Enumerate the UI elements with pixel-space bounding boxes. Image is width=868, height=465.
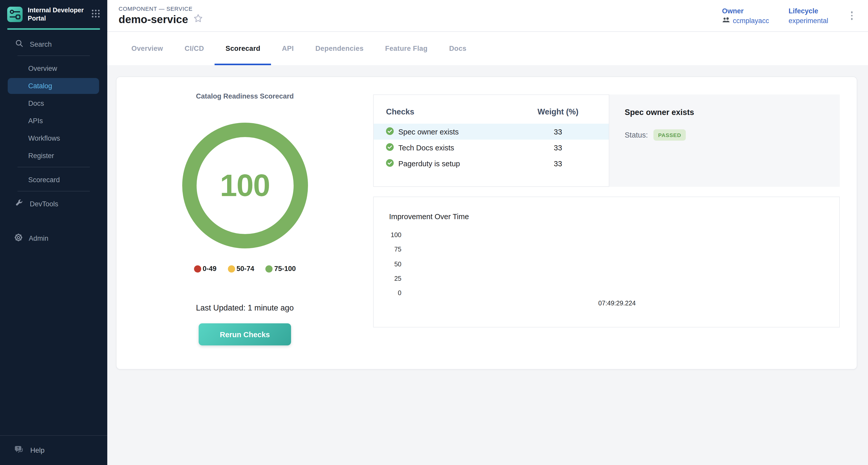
sidebar-item-catalog[interactable]: Catalog — [8, 78, 99, 94]
last-updated-text: Last Updated: 1 minute ago — [196, 303, 294, 313]
score-gauge: 100 — [182, 123, 308, 248]
help-chat-icon: ? — [14, 445, 24, 456]
tab-label: Docs — [449, 45, 467, 52]
legend-label: 0-49 — [203, 265, 216, 273]
sidebar-item-workflows[interactable]: Workflows — [0, 130, 107, 146]
sidebar: Internal Developer Portal — [0, 0, 107, 465]
legend-item: 75-100 — [266, 265, 296, 273]
svg-text:?: ? — [17, 446, 19, 450]
sidebar-item-label: Workflows — [28, 134, 60, 142]
page-title: demo-service — [119, 13, 188, 26]
check-name: Tech Docs exists — [398, 144, 454, 152]
legend-label: 50-74 — [237, 265, 254, 273]
divider — [18, 166, 90, 167]
tab-label: Feature Flag — [385, 45, 428, 52]
checks-table: Checks Weight (%) Spec owner exists — [373, 94, 609, 187]
sidebar-item-label: Overview — [28, 64, 57, 72]
lifecycle-label: Lifecycle — [788, 7, 828, 14]
sidebar-item-scorecard[interactable]: Scorecard — [0, 172, 107, 188]
check-row-pagerduty[interactable]: Pagerduty is setup 33 — [374, 156, 609, 172]
status-badge: PASSED — [653, 129, 686, 141]
tab-label: API — [282, 45, 293, 52]
apps-grid-icon[interactable] — [91, 9, 100, 20]
owner-label: Owner — [722, 7, 769, 14]
y-axis-tick: 25 — [381, 275, 401, 282]
tab-docs[interactable]: Docs — [438, 32, 477, 65]
sidebar-item-label: APIs — [28, 117, 43, 124]
legend-dot-green — [266, 265, 273, 272]
sidebar-item-label: DevTools — [30, 200, 58, 208]
legend-dot-red — [194, 265, 201, 272]
legend-item: 0-49 — [194, 265, 216, 273]
improvement-chart: Improvement Over Time 100 75 50 25 0 07:… — [373, 196, 840, 328]
sidebar-item-admin[interactable]: Admin — [0, 230, 107, 246]
legend-label: 75-100 — [274, 265, 296, 273]
entity-tabs: Overview CI/CD Scorecard API Dependencie… — [107, 32, 868, 65]
logo-row: Internal Developer Portal — [0, 0, 107, 27]
gauge-legend: 0-49 50-74 75-100 — [194, 265, 296, 273]
sidebar-item-overview[interactable]: Overview — [0, 60, 107, 76]
y-axis-tick: 50 — [381, 261, 401, 268]
wrench-icon — [16, 199, 23, 208]
tab-dependencies[interactable]: Dependencies — [305, 32, 374, 65]
sidebar-item-label: Help — [30, 446, 45, 454]
status-label: Status: — [625, 131, 648, 139]
check-passed-icon — [386, 143, 394, 152]
sidebar-item-devtools[interactable]: DevTools — [0, 196, 107, 212]
entity-meta: Owner ccmplayacc Lifecycle — [722, 7, 856, 24]
x-axis-tick: 07:49:29.224 — [586, 300, 648, 307]
tab-content: Catalog Readiness Scorecard 100 0-49 50-… — [107, 65, 868, 465]
check-row-tech-docs[interactable]: Tech Docs exists 33 — [374, 140, 609, 156]
gauge-title: Catalog Readiness Scorecard — [196, 92, 293, 100]
check-passed-icon — [386, 127, 394, 136]
checks-column-header: Checks — [386, 107, 520, 117]
tab-scorecard[interactable]: Scorecard — [215, 32, 271, 65]
gear-icon — [14, 233, 23, 243]
sidebar-item-apis[interactable]: APIs — [0, 113, 107, 129]
lifecycle-block: Lifecycle experimental — [788, 7, 828, 24]
legend-item: 50-74 — [228, 265, 254, 273]
group-icon — [722, 17, 730, 24]
sidebar-item-label: Catalog — [28, 82, 52, 90]
check-name: Spec owner exists — [398, 128, 459, 136]
y-axis-tick: 100 — [381, 231, 401, 239]
favorite-star-icon[interactable] — [193, 13, 204, 26]
divider — [18, 191, 90, 191]
sidebar-item-label: Register — [28, 152, 54, 159]
app-title: Internal Developer Portal — [28, 6, 86, 23]
sidebar-item-help[interactable]: ? Help — [0, 435, 107, 465]
sidebar-item-docs[interactable]: Docs — [0, 95, 107, 111]
check-weight: 33 — [520, 128, 596, 136]
tab-cicd[interactable]: CI/CD — [174, 32, 215, 65]
check-weight: 33 — [520, 159, 596, 167]
sidebar-item-register[interactable]: Register — [0, 148, 107, 163]
entity-header-left: COMPONENT — SERVICE demo-service — [119, 6, 204, 26]
sidebar-item-search[interactable]: Search — [0, 36, 107, 52]
weight-column-header: Weight (%) — [520, 107, 596, 117]
tab-label: Dependencies — [315, 45, 364, 52]
rerun-checks-button[interactable]: Rerun Checks — [199, 323, 291, 345]
legend-dot-yellow — [228, 265, 235, 272]
tab-feature-flag[interactable]: Feature Flag — [374, 32, 438, 65]
gauge-section: Catalog Readiness Scorecard 100 0-49 50-… — [117, 77, 373, 369]
entity-header: COMPONENT — SERVICE demo-service Owner — [107, 0, 868, 32]
y-axis-tick: 0 — [381, 289, 401, 297]
tab-api[interactable]: API — [271, 32, 304, 65]
check-detail-panel: Spec owner exists Status: PASSED — [609, 94, 840, 187]
tab-overview[interactable]: Overview — [121, 32, 174, 65]
check-weight: 33 — [520, 144, 596, 152]
check-passed-icon — [386, 159, 394, 168]
app-window: Internal Developer Portal — [0, 0, 868, 465]
owner-value: ccmplayacc — [733, 17, 769, 24]
search-icon — [16, 39, 23, 49]
check-name: Pagerduty is setup — [398, 159, 460, 167]
tab-label: CI/CD — [185, 45, 204, 52]
sidebar-nav: Search Overview Catalog Docs APIs Workfl… — [0, 30, 107, 248]
sidebar-item-label: Scorecard — [28, 176, 60, 184]
score-value: 100 — [220, 168, 270, 203]
more-options-kebab-icon[interactable] — [848, 9, 856, 22]
check-row-spec-owner[interactable]: Spec owner exists 33 — [374, 124, 609, 140]
owner-link[interactable]: ccmplayacc — [722, 17, 769, 24]
main-area: COMPONENT — SERVICE demo-service Owner — [107, 0, 868, 465]
tab-label: Overview — [131, 45, 163, 52]
